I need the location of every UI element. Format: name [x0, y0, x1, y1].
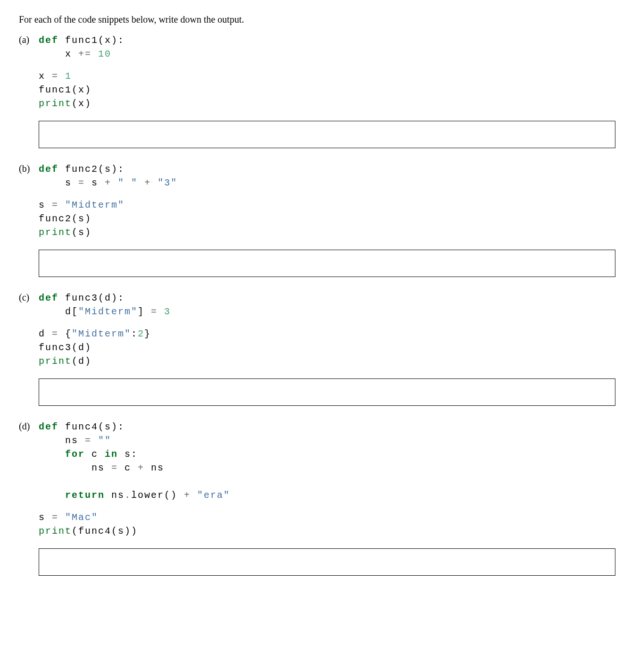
code-b-def: def func2(s): s = s + " " + "3": [39, 162, 177, 190]
question-b: (b) def func2(s): s = s + " " + "3" s = …: [19, 162, 620, 277]
question-a: (a) def func1(x): x += 10 x = 1 func1(x)…: [19, 34, 620, 148]
label-b: (b): [19, 162, 39, 174]
code-a-body: x = 1 func1(x) print(x): [39, 69, 620, 110]
code-d-body: s = "Mac" print(func4(s)): [39, 511, 620, 538]
question-c: (c) def func3(d): d["Midterm"] = 3 d = {…: [19, 291, 620, 406]
answer-box-b[interactable]: [39, 250, 615, 277]
code-a-def: def func1(x): x += 10: [39, 34, 124, 61]
answer-box-d[interactable]: [39, 548, 615, 576]
code-b-body: s = "Midterm" func2(s) print(s): [39, 198, 620, 239]
intro-text: For each of the code snippets below, wri…: [19, 14, 620, 25]
label-d: (d): [19, 420, 39, 432]
answer-box-c[interactable]: [39, 378, 615, 406]
code-d-def: def func4(s): ns = "" for c in s: ns = c…: [39, 420, 230, 502]
code-c-def: def func3(d): d["Midterm"] = 3: [39, 291, 171, 319]
label-a: (a): [19, 34, 39, 45]
code-c-body: d = {"Midterm":2} func3(d) print(d): [39, 327, 620, 368]
answer-box-a[interactable]: [39, 121, 615, 148]
question-d: (d) def func4(s): ns = "" for c in s: ns…: [19, 420, 620, 576]
label-c: (c): [19, 291, 39, 303]
